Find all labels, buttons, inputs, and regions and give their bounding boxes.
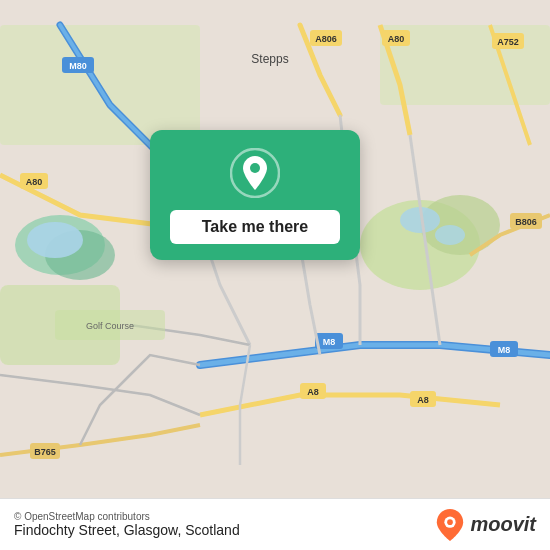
moovit-pin-icon [436, 509, 464, 541]
osm-attribution: © OpenStreetMap contributors [14, 511, 240, 522]
svg-text:A80: A80 [388, 34, 405, 44]
bottom-bar-left: © OpenStreetMap contributors Findochty S… [14, 511, 240, 538]
moovit-logo: moovit [436, 509, 536, 541]
svg-point-40 [448, 519, 454, 525]
svg-text:M8: M8 [498, 345, 511, 355]
location-label: Findochty Street, Glasgow, Scotland [14, 522, 240, 538]
svg-text:M8: M8 [323, 337, 336, 347]
svg-point-38 [250, 163, 260, 173]
card-overlay: Take me there [150, 130, 360, 260]
svg-text:B806: B806 [515, 217, 537, 227]
location-pin-icon [230, 148, 280, 198]
svg-text:B765: B765 [34, 447, 56, 457]
svg-text:Stepps: Stepps [251, 52, 288, 66]
svg-text:M80: M80 [69, 61, 87, 71]
take-me-there-button[interactable]: Take me there [170, 210, 340, 244]
svg-point-6 [27, 222, 83, 258]
svg-text:A80: A80 [26, 177, 43, 187]
svg-text:A8: A8 [307, 387, 319, 397]
svg-point-8 [435, 225, 465, 245]
map-svg: M80 A806 A80 A752 B806 A80 M8 M8 A8 [0, 0, 550, 550]
svg-text:A8: A8 [417, 395, 429, 405]
bottom-bar: © OpenStreetMap contributors Findochty S… [0, 498, 550, 550]
svg-text:Golf Course: Golf Course [86, 321, 134, 331]
svg-text:A752: A752 [497, 37, 519, 47]
svg-text:A806: A806 [315, 34, 337, 44]
map-container: M80 A806 A80 A752 B806 A80 M8 M8 A8 [0, 0, 550, 550]
moovit-brand-name: moovit [470, 513, 536, 536]
